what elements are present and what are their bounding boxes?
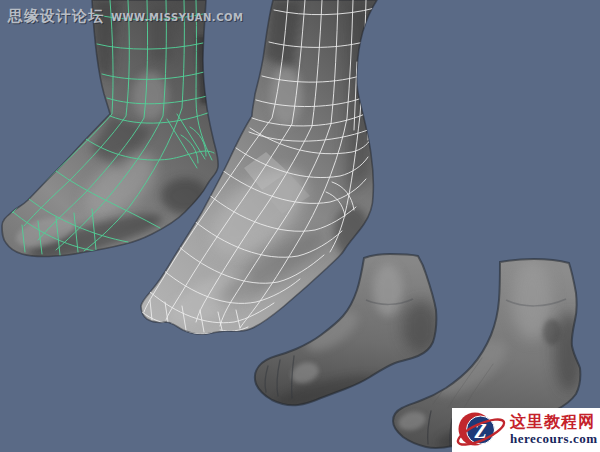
herecours-logo-icon: Z xyxy=(454,408,508,452)
viewport-3d[interactable]: 思缘设计论坛 WWW.MISSYUAN.COM Z 这里教程网 herecour… xyxy=(0,0,600,452)
logo-herecours: Z 这里教程网 herecours.com xyxy=(452,408,600,452)
logo-site-url: herecours.com xyxy=(510,432,597,446)
viewport-canvas[interactable] xyxy=(0,0,600,452)
logo-site-name: 这里教程网 xyxy=(510,414,597,431)
